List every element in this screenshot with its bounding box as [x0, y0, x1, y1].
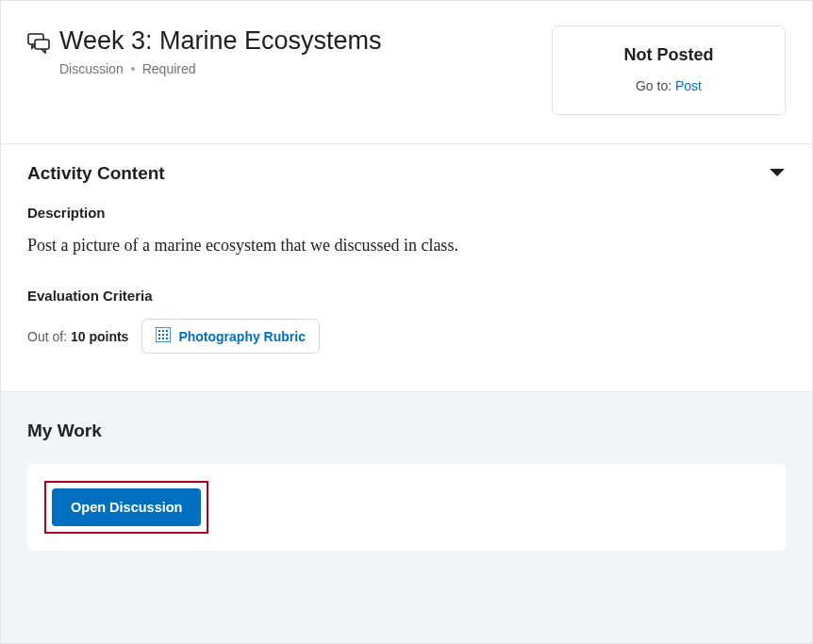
- activity-content-title: Activity Content: [27, 163, 165, 184]
- svg-rect-7: [162, 334, 164, 336]
- out-of-block: Out of: 10 points: [27, 329, 128, 344]
- goto-post-link[interactable]: Post: [675, 78, 702, 93]
- evaluation-row: Out of: 10 points: [27, 319, 786, 354]
- svg-rect-1: [35, 40, 49, 49]
- points-value: 10 points: [71, 329, 128, 344]
- activity-content-section: Activity Content Description Post a pict…: [1, 144, 812, 391]
- collapse-toggle[interactable]: [769, 165, 786, 182]
- svg-rect-4: [162, 330, 164, 332]
- my-work-panel: Open Discussion: [27, 464, 786, 551]
- chevron-down-icon: [769, 167, 786, 178]
- svg-rect-11: [166, 338, 168, 339]
- rubric-button[interactable]: Photography Rubric: [141, 319, 320, 354]
- evaluation-label: Evaluation Criteria: [27, 288, 786, 304]
- activity-type-label: Discussion: [59, 61, 124, 76]
- status-goto-row: Go to: Post: [583, 78, 755, 93]
- content-section-header: Activity Content: [27, 163, 786, 184]
- rubric-label: Photography Rubric: [178, 329, 306, 344]
- open-discussion-button[interactable]: Open Discussion: [52, 488, 201, 526]
- svg-rect-9: [158, 338, 160, 339]
- activity-page: Week 3: Marine Ecosystems Discussion Req…: [0, 0, 813, 644]
- svg-rect-10: [162, 338, 164, 339]
- meta-separator-dot: [131, 67, 135, 71]
- page-title: Week 3: Marine Ecosystems: [59, 25, 382, 56]
- svg-rect-5: [166, 330, 168, 332]
- svg-rect-3: [158, 330, 160, 332]
- status-card: Not Posted Go to: Post: [552, 25, 786, 115]
- my-work-section: My Work Open Discussion: [1, 391, 812, 643]
- rubric-icon: [156, 327, 171, 345]
- status-title: Not Posted: [583, 45, 755, 65]
- highlight-box: Open Discussion: [44, 481, 208, 534]
- svg-rect-6: [158, 334, 160, 336]
- title-block: Week 3: Marine Ecosystems Discussion Req…: [27, 25, 382, 76]
- header-section: Week 3: Marine Ecosystems Discussion Req…: [1, 1, 812, 144]
- svg-rect-8: [166, 334, 168, 336]
- title-text-block: Week 3: Marine Ecosystems Discussion Req…: [59, 25, 382, 76]
- goto-label: Go to:: [636, 78, 672, 93]
- required-label: Required: [142, 61, 196, 76]
- description-label: Description: [27, 205, 786, 221]
- meta-row: Discussion Required: [59, 61, 382, 76]
- out-of-label: Out of:: [27, 329, 67, 344]
- my-work-title: My Work: [27, 421, 786, 441]
- discussion-icon: [27, 33, 50, 58]
- description-text: Post a picture of a marine ecosystem tha…: [27, 236, 786, 256]
